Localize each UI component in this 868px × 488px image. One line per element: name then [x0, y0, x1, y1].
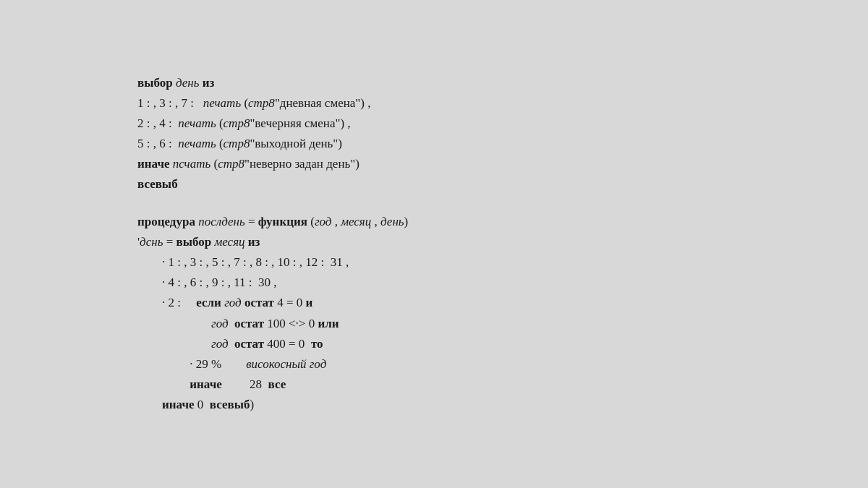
line-12: год остат 100 <·> 0 или — [137, 314, 731, 334]
line-13: год остат 400 = 0 то — [137, 334, 731, 354]
code-listing: выбор день из 1 : , 3 : , 7 : печать (ст… — [137, 73, 731, 415]
main-content: выбор день из 1 : , 3 : , 7 : печать (ст… — [109, 59, 760, 429]
line-6: всевыб — [137, 174, 731, 194]
line-9: · 1 : , 3 : , 5 : , 7 : , 8 : , 10 : , 1… — [137, 252, 731, 273]
spacer-1 — [137, 195, 731, 213]
line-5: иначе псчать (стр8"неверно задан день") — [137, 154, 731, 174]
line-10: · 4 : , 6 : , 9 : , 11 : 30 , — [137, 273, 731, 293]
line-16: иначе 0 всевыб) — [137, 395, 731, 415]
line-14: · 29 % високосный год — [137, 354, 731, 374]
line-8: 'дснь = выбор месяц из — [137, 232, 731, 252]
line-7: процедура послдень = функция (год , меся… — [137, 212, 731, 232]
line-1: выбор день из — [137, 73, 731, 93]
line-15: иначе 28 все — [137, 374, 731, 395]
line-4: 5 : , 6 : печать (стр8"выходной день") — [137, 134, 731, 154]
line-3: 2 : , 4 : печать (стр8"вечерняя смена") … — [137, 114, 731, 134]
line-11: · 2 : если год остат 4 = 0 и — [137, 293, 731, 313]
line-2: 1 : , 3 : , 7 : печать (стр8"дневная сме… — [137, 93, 731, 114]
